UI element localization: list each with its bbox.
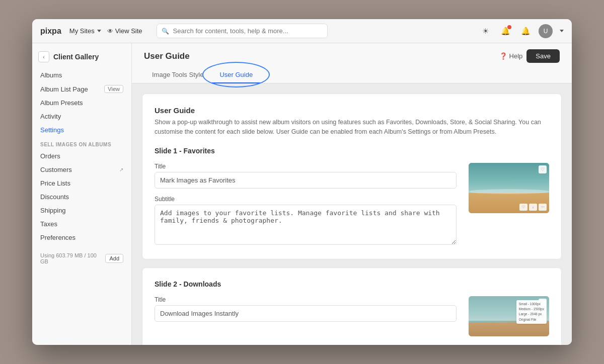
- tab-image-tools-style[interactable]: Image Tools Style: [144, 67, 211, 83]
- tab-user-guide[interactable]: User Guide: [211, 67, 261, 83]
- sidebar-item-settings[interactable]: Settings: [32, 123, 131, 137]
- sidebar-item-label: Shipping: [40, 207, 66, 214]
- slide2-image: ♡ Small - 1000px Medium - 1500px Large -…: [469, 296, 549, 336]
- sidebar-item-label: Taxes: [40, 220, 57, 228]
- my-sites-chevron-icon: [97, 30, 101, 32]
- sidebar-item-label: Albums: [40, 71, 62, 79]
- slide2-card: Slide 2 - Downloads Title ♡: [142, 267, 562, 345]
- storage-label: Using 603.79 MB / 100 GB: [40, 252, 102, 264]
- user-guide-card: User Guide Show a pop-up walkthrough to …: [142, 94, 562, 259]
- user-guide-card-title: User Guide: [155, 106, 549, 115]
- help-button[interactable]: ❓ Help: [499, 52, 523, 60]
- app-window: pixpa My Sites 👁 View Site 🔍 ☀ 🔔 🔔 U: [32, 19, 572, 345]
- slide2-title-label: Title: [155, 296, 457, 303]
- alert-bell-btn[interactable]: 🔔: [518, 24, 533, 38]
- slide2-content: Title ♡ Small - 1000px Medium - 1500px: [155, 296, 549, 336]
- my-sites-menu[interactable]: My Sites: [69, 27, 101, 35]
- sidebar-item-label: Discounts: [40, 193, 69, 201]
- search-area: 🔍: [157, 24, 464, 38]
- sidebar-item-albums[interactable]: Albums: [32, 68, 131, 82]
- sidebar-title: Client Gallery: [53, 53, 99, 61]
- sidebar-item-discounts[interactable]: Discounts: [32, 190, 131, 204]
- sidebar-back-btn[interactable]: ‹: [38, 51, 49, 62]
- user-guide-card-description: Show a pop-up walkthrough to assist new …: [155, 118, 549, 137]
- slide2-title: Slide 2 - Downloads: [155, 280, 549, 288]
- heart-icon: ♡: [539, 165, 547, 173]
- sidebar-item-label: Activity: [40, 113, 61, 120]
- sidebar-item-album-presets[interactable]: Album Presets: [32, 96, 131, 110]
- sidebar-item-orders[interactable]: Orders: [32, 149, 131, 163]
- sidebar-item-label: Orders: [40, 152, 60, 160]
- title-row: User Guide ❓ Help Save: [144, 49, 560, 63]
- download-original-label: Original File: [519, 317, 544, 322]
- slide1-subtitle-textarea[interactable]: Add images to your favorite lists. Manag…: [155, 205, 457, 245]
- slide1-title-label: Title: [155, 163, 457, 170]
- external-link-icon: ↗: [119, 167, 123, 172]
- download-panel: Small - 1000px Medium - 1500px Large - 2…: [516, 300, 547, 324]
- slide2-preview-image: ♡ Small - 1000px Medium - 1500px Large -…: [469, 296, 549, 336]
- avatar[interactable]: U: [539, 24, 553, 38]
- content-area: User Guide ❓ Help Save Image Tools Style…: [132, 43, 572, 345]
- sidebar-item-preferences[interactable]: Preferences: [32, 231, 131, 244]
- slide2-form: Title: [155, 296, 457, 336]
- sun-icon-btn[interactable]: ☀: [478, 24, 492, 38]
- sidebar-item-label: Album Presets: [40, 99, 83, 107]
- search-icon: 🔍: [162, 28, 169, 35]
- sell-section-label: Sell Images on Albums: [32, 137, 131, 149]
- page-title: User Guide: [144, 51, 190, 61]
- sidebar-item-shipping[interactable]: Shipping: [32, 204, 131, 217]
- slide1-content: Title Subtitle Add images to your favori…: [155, 163, 549, 247]
- main-layout: ‹ Client Gallery Albums Album List Page …: [32, 43, 572, 345]
- save-button[interactable]: Save: [526, 49, 560, 63]
- add-storage-button[interactable]: Add: [105, 254, 123, 263]
- search-input[interactable]: [157, 24, 328, 38]
- sidebar-item-label: Preferences: [40, 234, 76, 241]
- sidebar-item-customers[interactable]: Customers ↗: [32, 163, 131, 176]
- slide2-title-input[interactable]: [155, 305, 457, 322]
- slide1-form: Title Subtitle Add images to your favori…: [155, 163, 457, 247]
- my-sites-label: My Sites: [69, 27, 95, 35]
- topbar: pixpa My Sites 👁 View Site 🔍 ☀ 🔔 🔔 U: [32, 19, 572, 43]
- view-site-link[interactable]: 👁 View Site: [107, 27, 142, 35]
- sidebar-item-label: Settings: [40, 126, 64, 134]
- view-site-label: View Site: [115, 27, 142, 35]
- download-small-label: Small - 1000px: [519, 302, 544, 307]
- notification-badge: [507, 25, 511, 29]
- share-btn: ⋯: [539, 204, 547, 211]
- avatar-chevron-icon: [560, 30, 564, 32]
- download-medium-label: Medium - 1500px: [519, 307, 544, 312]
- sidebar-item-album-list-page[interactable]: Album List Page View: [32, 82, 131, 96]
- heart-btn: ♡: [519, 204, 527, 211]
- beach-wave: [469, 189, 549, 194]
- logo: pixpa: [40, 27, 61, 36]
- tabs-bar: Image Tools Style User Guide: [144, 67, 560, 83]
- content-header: User Guide ❓ Help Save Image Tools Style…: [132, 43, 572, 83]
- download-btn: ↓: [529, 204, 537, 211]
- slide1-image: ♡ ♡ ↓ ⋯: [469, 163, 549, 247]
- slide1-subtitle-label: Subtitle: [155, 196, 457, 203]
- title-actions: ❓ Help Save: [499, 49, 560, 63]
- content-body: User Guide Show a pop-up walkthrough to …: [132, 83, 572, 345]
- slide1-preview-image: ♡ ♡ ↓ ⋯: [469, 163, 549, 213]
- sidebar-item-taxes[interactable]: Taxes: [32, 217, 131, 231]
- download-large-label: Large - 2048 px: [519, 312, 544, 317]
- sidebar-item-label: Price Lists: [40, 179, 70, 187]
- eye-icon: 👁: [107, 28, 113, 35]
- sidebar-item-label: Customers: [40, 166, 72, 173]
- sidebar: ‹ Client Gallery Albums Album List Page …: [32, 43, 132, 345]
- sidebar-item-activity[interactable]: Activity: [32, 110, 131, 123]
- sidebar-item-price-lists[interactable]: Price Lists: [32, 176, 131, 190]
- help-circle-icon: ❓: [499, 52, 507, 60]
- beach-sand-2: [469, 322, 549, 336]
- img-overlay-btns: ♡ ↓ ⋯: [519, 204, 547, 211]
- slide1-title-input[interactable]: [155, 172, 457, 189]
- notification-bell-btn[interactable]: 🔔: [498, 24, 512, 38]
- sidebar-item-label: Album List Page: [40, 85, 88, 93]
- view-button[interactable]: View: [104, 85, 123, 93]
- help-label: Help: [509, 52, 523, 60]
- topbar-icons: ☀ 🔔 🔔 U: [478, 24, 564, 38]
- sidebar-footer: Using 603.79 MB / 100 GB Add: [32, 244, 131, 272]
- sidebar-header: ‹ Client Gallery: [32, 49, 131, 68]
- slide1-title: Slide 1 - Favorites: [155, 147, 549, 155]
